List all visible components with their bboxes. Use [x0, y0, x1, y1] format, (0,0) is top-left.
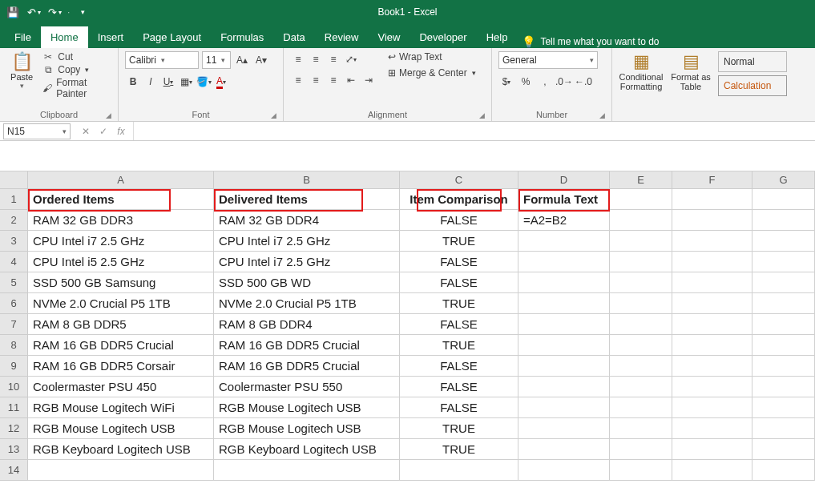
cell-A9[interactable]: RAM 16 GB DDR5 Corsair [28, 356, 214, 377]
cell-B6[interactable]: NVMe 2.0 Crucial P5 1TB [214, 293, 400, 314]
tab-data[interactable]: Data [273, 26, 314, 48]
cell-G4[interactable] [752, 252, 815, 272]
col-header-B[interactable]: B [214, 171, 400, 189]
align-right[interactable]: ≡ [325, 72, 341, 88]
cell-F1[interactable] [672, 189, 752, 210]
cell-D6[interactable] [518, 293, 610, 314]
col-header-C[interactable]: C [400, 171, 518, 189]
cell-A2[interactable]: RAM 32 GB DDR3 [28, 210, 214, 231]
tab-home[interactable]: Home [41, 26, 88, 48]
cell-A13[interactable]: RGB Keyboard Logitech USB [28, 439, 214, 460]
tab-help[interactable]: Help [477, 26, 518, 48]
cell-G2[interactable] [752, 210, 815, 231]
cell-B12[interactable]: RGB Mouse Logitech USB [214, 418, 400, 439]
cell-B4[interactable]: CPU Intel i7 2.5 GHz [214, 252, 400, 272]
cut-button[interactable]: ✂Cut [42, 51, 111, 62]
name-box[interactable]: N15▾ [3, 123, 71, 139]
cell-D9[interactable] [518, 356, 610, 377]
align-bottom[interactable]: ≡ [325, 51, 341, 67]
cell-D13[interactable] [518, 439, 610, 460]
cell-E1[interactable] [610, 189, 672, 210]
cell-C2[interactable]: FALSE [400, 210, 518, 231]
cell-B1[interactable]: Delivered Items [214, 189, 400, 210]
cell-D12[interactable] [518, 418, 610, 439]
comma-button[interactable]: , [537, 74, 553, 90]
tab-review[interactable]: Review [315, 26, 369, 48]
cell-E14[interactable] [610, 460, 672, 481]
cell-G7[interactable] [752, 314, 815, 335]
cell-B2[interactable]: RAM 32 GB DDR4 [214, 210, 400, 231]
cell-E10[interactable] [610, 377, 672, 397]
cell-style-calculation[interactable]: Calculation [718, 75, 787, 96]
dialog-launcher-clipboard[interactable]: ◢ [106, 111, 111, 119]
tab-page-layout[interactable]: Page Layout [133, 26, 211, 48]
cell-C11[interactable]: FALSE [400, 397, 518, 418]
cell-A10[interactable]: Coolermaster PSU 450 [28, 377, 214, 397]
cell-C4[interactable]: FALSE [400, 252, 518, 272]
formula-input[interactable] [133, 122, 815, 140]
dialog-launcher-font[interactable]: ◢ [271, 111, 276, 119]
cell-C14[interactable] [400, 460, 518, 481]
dialog-launcher-alignment[interactable]: ◢ [479, 111, 485, 119]
fx-icon[interactable]: fx [114, 126, 128, 137]
tab-insert[interactable]: Insert [88, 26, 134, 48]
cell-E8[interactable] [610, 335, 672, 356]
cell-A8[interactable]: RAM 16 GB DDR5 Crucial [28, 335, 214, 356]
tab-developer[interactable]: Developer [410, 26, 476, 48]
cell-A3[interactable]: CPU Intel i7 2.5 GHz [28, 231, 214, 252]
cell-C5[interactable]: FALSE [400, 272, 518, 293]
increase-decimal[interactable]: .0→ [556, 74, 572, 90]
font-color-button[interactable]: A▾ [213, 74, 229, 90]
cell-G12[interactable] [752, 418, 815, 439]
cell-F7[interactable] [672, 314, 752, 335]
align-center[interactable]: ≡ [308, 72, 324, 88]
format-painter-button[interactable]: 🖌Format Painter [42, 77, 111, 99]
row-header-10[interactable]: 10 [0, 377, 28, 397]
cell-F6[interactable] [672, 293, 752, 314]
cell-A1[interactable]: Ordered Items [28, 189, 214, 210]
row-header-1[interactable]: 1 [0, 189, 28, 210]
cell-E2[interactable] [610, 210, 672, 231]
tab-formulas[interactable]: Formulas [211, 26, 273, 48]
cell-F11[interactable] [672, 397, 752, 418]
cell-G13[interactable] [752, 439, 815, 460]
increase-font-size[interactable]: A▴ [234, 52, 250, 68]
cell-E7[interactable] [610, 314, 672, 335]
cell-C12[interactable]: TRUE [400, 418, 518, 439]
cell-E9[interactable] [610, 356, 672, 377]
cell-E11[interactable] [610, 397, 672, 418]
cell-D2[interactable]: =A2=B2 [518, 210, 610, 231]
copy-button[interactable]: ⧉Copy▾ [42, 64, 111, 75]
tab-view[interactable]: View [368, 26, 410, 48]
cell-B10[interactable]: Coolermaster PSU 550 [214, 377, 400, 397]
cell-D5[interactable] [518, 272, 610, 293]
cell-B11[interactable]: RGB Mouse Logitech USB [214, 397, 400, 418]
cell-A6[interactable]: NVMe 2.0 Crucial P5 1TB [28, 293, 214, 314]
cell-E5[interactable] [610, 272, 672, 293]
cell-F3[interactable] [672, 231, 752, 252]
cell-G9[interactable] [752, 356, 815, 377]
row-header-8[interactable]: 8 [0, 335, 28, 356]
cell-E12[interactable] [610, 418, 672, 439]
cell-A7[interactable]: RAM 8 GB DDR5 [28, 314, 214, 335]
row-header-6[interactable]: 6 [0, 293, 28, 314]
tell-me[interactable]: 💡 Tell me what you want to do [522, 35, 659, 48]
cell-G10[interactable] [752, 377, 815, 397]
cell-A12[interactable]: RGB Mouse Logitech USB [28, 418, 214, 439]
decrease-font-size[interactable]: A▾ [253, 52, 269, 68]
cell-E6[interactable] [610, 293, 672, 314]
qat-customize[interactable]: ▾ [73, 2, 92, 22]
cell-C1[interactable]: Item Comparison [400, 189, 518, 210]
cell-A11[interactable]: RGB Mouse Logitech WiFi [28, 397, 214, 418]
merge-center-button[interactable]: ⊞Merge & Center▾ [388, 67, 476, 79]
percent-button[interactable]: % [518, 74, 534, 90]
cell-C7[interactable]: FALSE [400, 314, 518, 335]
fill-color-button[interactable]: 🪣▾ [196, 74, 212, 90]
cell-G1[interactable] [752, 189, 815, 210]
wrap-text-button[interactable]: ↩Wrap Text [388, 51, 476, 62]
number-format-combo[interactable]: General▾ [498, 51, 598, 69]
col-header-A[interactable]: A [28, 171, 214, 189]
tab-file[interactable]: File [5, 26, 41, 48]
cell-A14[interactable] [28, 460, 214, 481]
cell-C9[interactable]: FALSE [400, 356, 518, 377]
